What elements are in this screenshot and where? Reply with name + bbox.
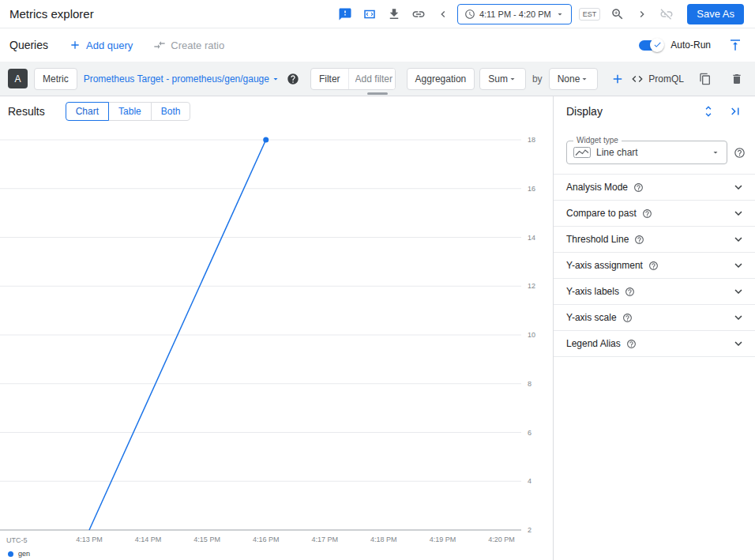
help-icon[interactable] <box>642 209 652 219</box>
help-icon[interactable] <box>633 182 644 193</box>
plus-icon <box>69 39 81 51</box>
help-icon[interactable] <box>625 287 635 297</box>
unlink-zoom-button[interactable] <box>656 4 677 24</box>
metric-label-chip[interactable]: Metric <box>34 68 77 90</box>
chevron-down-icon <box>508 74 517 84</box>
y-axis-tick-label: 16 <box>528 185 535 193</box>
promql-button[interactable]: PromQL <box>631 73 684 85</box>
y-axis-tick-label: 12 <box>528 282 535 290</box>
section-analysis-mode[interactable]: Analysis Mode <box>554 175 755 201</box>
auto-run-label: Auto-Run <box>670 39 711 51</box>
line-chart-svg[interactable]: 246810121416184:13 PM4:14 PM4:15 PM4:16 … <box>0 126 553 560</box>
tab-both[interactable]: Both <box>151 102 191 121</box>
widget-type-value: Line chart <box>596 147 638 158</box>
collapse-panel-button[interactable] <box>725 101 746 122</box>
fullscreen-button[interactable] <box>359 4 380 24</box>
metric-select[interactable]: Prometheus Target - prometheus/gen/gauge <box>84 73 280 85</box>
duplicate-query-button[interactable] <box>695 69 716 89</box>
zoom-in-button[interactable] <box>607 4 628 24</box>
section-y-axis-scale[interactable]: Y-axis scale <box>554 305 755 331</box>
add-aggregation-button[interactable] <box>610 69 625 89</box>
download-button[interactable] <box>384 4 404 24</box>
expand-all-sections-button[interactable] <box>698 101 719 122</box>
time-forward-button[interactable] <box>632 4 652 24</box>
chevron-right-icon <box>636 8 648 21</box>
tab-table[interactable]: Table <box>108 102 152 121</box>
content: Results Chart Table Both 246810121416184… <box>0 96 755 560</box>
display-sections: Analysis Mode Compare to past Threshold … <box>554 174 755 357</box>
fullscreen-icon <box>362 7 377 21</box>
x-axis-tick-label: 4:15 PM <box>193 536 220 543</box>
chevron-down-icon <box>731 206 746 220</box>
promql-label: PromQL <box>648 73 684 85</box>
timezone-badge: EST <box>579 8 601 21</box>
feedback-button[interactable] <box>335 4 355 24</box>
delete-query-button[interactable] <box>727 69 747 89</box>
help-icon[interactable] <box>622 313 633 323</box>
create-ratio-label: Create ratio <box>171 39 224 51</box>
section-label: Y-axis labels <box>566 286 619 297</box>
collapse-queries-button[interactable] <box>725 35 746 55</box>
code-icon <box>631 73 644 85</box>
compare-arrows-icon <box>153 39 166 51</box>
chevron-down-icon <box>580 74 589 84</box>
legend-series-label: gen <box>18 550 30 558</box>
help-icon[interactable] <box>648 261 659 271</box>
queries-title: Queries <box>9 39 48 51</box>
by-label: by <box>531 73 544 85</box>
link-off-icon <box>659 7 674 21</box>
feedback-icon <box>338 7 352 21</box>
section-compare-to-past[interactable]: Compare to past <box>554 201 755 227</box>
display-panel-actions <box>698 101 746 122</box>
auto-run-toggle[interactable] <box>639 40 663 51</box>
group-by-select[interactable]: None <box>549 68 599 90</box>
resize-handle[interactable] <box>367 92 388 95</box>
section-label: Compare to past <box>566 208 637 219</box>
metric-help-icon[interactable] <box>287 73 299 85</box>
time-back-button[interactable] <box>433 4 453 24</box>
clock-icon <box>464 9 475 20</box>
series-point <box>263 137 269 143</box>
chart-legend[interactable]: gen <box>8 550 30 558</box>
help-icon[interactable] <box>634 235 644 245</box>
section-label: Analysis Mode <box>566 182 628 193</box>
trash-icon <box>731 73 743 85</box>
time-range-selector[interactable]: 4:11 PM - 4:20 PM <box>457 4 572 24</box>
add-query-label: Add query <box>86 39 133 51</box>
section-threshold-line[interactable]: Threshold Line <box>554 227 755 253</box>
metrics-explorer-app: Metrics explorer 4:11 PM - 4:20 PM <box>0 0 755 560</box>
x-axis-tick-label: 4:14 PM <box>135 536 162 543</box>
download-icon <box>387 7 401 21</box>
chevron-down-icon <box>731 232 746 246</box>
create-ratio-button[interactable]: Create ratio <box>153 39 224 51</box>
line-chart-mini-icon <box>573 147 591 158</box>
section-legend-alias[interactable]: Legend Alias <box>554 331 755 357</box>
section-label: Legend Alias <box>566 338 621 349</box>
queries-bar-right: Auto-Run <box>639 35 746 55</box>
chevron-down-icon <box>731 284 746 299</box>
widget-type-label: Widget type <box>573 136 622 145</box>
y-axis-tick-label: 10 <box>528 331 535 339</box>
x-axis-tick-label: 4:20 PM <box>488 536 515 543</box>
metric-select-value: Prometheus Target - prometheus/gen/gauge <box>84 73 269 85</box>
section-y-axis-assignment[interactable]: Y-axis assignment <box>554 253 755 279</box>
query-letter-badge: A <box>8 69 28 88</box>
help-icon[interactable] <box>626 339 637 349</box>
aggregation-select[interactable]: Sum <box>479 68 526 90</box>
time-range-value: 4:11 PM - 4:20 PM <box>479 9 551 19</box>
aggregation-value: Sum <box>488 73 508 85</box>
collapse-right-icon <box>728 104 742 118</box>
aggregation-label-chip[interactable]: Aggregation <box>407 68 475 90</box>
link-icon <box>411 7 426 21</box>
widget-type-select[interactable]: Widget type Line chart <box>566 141 727 164</box>
tab-chart[interactable]: Chart <box>66 102 109 121</box>
chevron-down-icon <box>731 336 746 351</box>
section-label: Y-axis assignment <box>566 260 643 271</box>
widget-type-help-icon[interactable] <box>734 147 746 159</box>
section-y-axis-labels[interactable]: Y-axis labels <box>554 279 755 305</box>
filter-input[interactable] <box>349 69 396 89</box>
add-query-button[interactable]: Add query <box>69 39 133 51</box>
save-as-button[interactable]: Save As <box>687 4 744 24</box>
share-link-button[interactable] <box>408 4 429 24</box>
y-axis-tick-label: 4 <box>528 477 532 485</box>
